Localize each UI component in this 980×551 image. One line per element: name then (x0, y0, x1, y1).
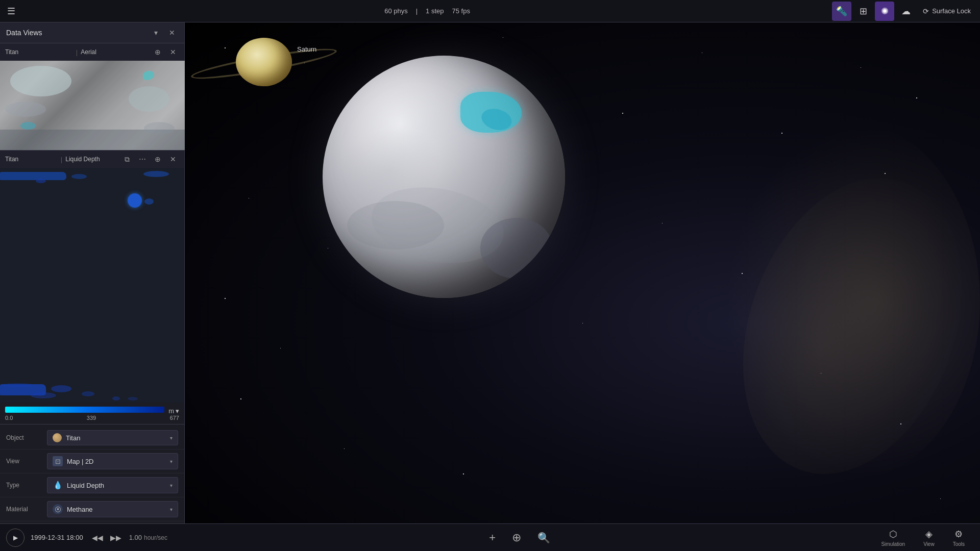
colorscale-bar (5, 407, 164, 413)
step-stat: 1 step (426, 7, 444, 15)
map-icon: ⊡ (53, 456, 63, 466)
menu-button[interactable]: ☰ (0, 0, 22, 22)
colorscale-min: 0.0 (5, 415, 13, 421)
play-button[interactable]: ▶ (6, 529, 24, 547)
liquid-blob-2 (36, 179, 46, 183)
aerial-section: Titan | Aerial ⊕ ✕ (0, 43, 184, 151)
view-label: View (923, 541, 935, 547)
liquid-blob-bottom4 (3, 383, 33, 387)
panel-title: Data Views (6, 29, 145, 37)
saturn-label: Saturn (297, 45, 316, 53)
surface-lock-button[interactable]: ⟳ Surface Lock (918, 5, 976, 17)
liquid-close-button[interactable]: ✕ (167, 153, 179, 165)
titan-dark-region (480, 218, 553, 279)
star (280, 348, 281, 348)
star (344, 448, 345, 449)
star (662, 223, 663, 223)
liquid-menu-button[interactable]: ⋯ (136, 153, 149, 165)
surface-lock-icon: ⟳ (923, 7, 929, 15)
saturn-container: Saturn (236, 38, 292, 86)
tools-button[interactable]: ⚙ Tools (944, 527, 974, 549)
tools-label: Tools (953, 541, 965, 547)
star (240, 398, 241, 399)
star (225, 298, 226, 299)
material-property-row: Material ⦿ Methane ▾ (0, 497, 184, 521)
aerial-title1: Titan (5, 48, 73, 56)
liquid-blob-bottom2 (31, 392, 56, 398)
view-selector[interactable]: ⊡ Map | 2D ▾ (47, 453, 178, 469)
star (249, 198, 249, 198)
unit-chevron-icon: ▾ (176, 407, 179, 415)
star (702, 53, 702, 53)
titan-container (323, 56, 565, 298)
flashlight-button[interactable]: 🔦 (832, 2, 851, 21)
aerial-overlay (0, 61, 185, 150)
material-icon: ⦿ (53, 504, 63, 514)
aerial-close-button[interactable]: ✕ (167, 46, 179, 58)
saturn-body (236, 38, 292, 86)
view-button[interactable]: ◈ View (914, 527, 944, 549)
object-label: Object (6, 434, 43, 441)
menu-icon: ☰ (7, 6, 15, 17)
star (916, 97, 917, 98)
add-button[interactable]: + (486, 530, 499, 545)
liquid-blob-bottom5 (112, 396, 120, 400)
view-chevron-icon: ▾ (170, 459, 173, 464)
aerial-layers-button[interactable]: ⊕ (152, 46, 164, 58)
search-button[interactable]: 🔍 (534, 531, 553, 545)
layers-button[interactable]: ⊞ (853, 2, 873, 21)
star (781, 133, 782, 134)
add-icon: + (489, 531, 496, 544)
panel-close-button[interactable]: ✕ (166, 27, 178, 39)
liquid-blob-top-left (0, 172, 66, 180)
view-label: View (6, 458, 43, 465)
cloud-button[interactable]: ☁ (896, 2, 916, 21)
target-button[interactable]: ⊕ (509, 530, 524, 545)
speed-unit: hour/sec (144, 534, 167, 541)
liquid-depth-map[interactable] (0, 168, 184, 403)
liquid-copy-button[interactable]: ⧉ (121, 153, 133, 165)
aerial-header: Titan | Aerial ⊕ ✕ (0, 43, 184, 61)
surface-lock-label: Surface Lock (932, 7, 971, 15)
star (582, 323, 583, 323)
main-viewport[interactable]: Saturn (185, 22, 980, 523)
object-selector[interactable]: Titan ▾ (47, 430, 178, 445)
object-value: Titan (66, 434, 80, 442)
view-property-row: View ⊡ Map | 2D ▾ (0, 449, 184, 473)
liquid-blob-bottom6 (128, 397, 138, 400)
play-icon: ▶ (13, 534, 18, 541)
top-right-controls: 🔦 ⊞ ✺ ☁ ⟳ Surface Lock (832, 2, 980, 21)
colorscale-row: m ▾ 0.0 339 677 (0, 403, 184, 424)
liquid-title2: Liquid Depth (65, 156, 118, 163)
unit-selector[interactable]: m ▾ (168, 407, 179, 415)
material-selector[interactable]: ⦿ Methane ▾ (47, 501, 178, 517)
tools-icon: ⚙ (954, 529, 963, 540)
aerial-map[interactable] (0, 61, 185, 150)
type-selector[interactable]: 💧 Liquid Depth ▾ (47, 477, 178, 493)
liquid-blob-top-right (143, 171, 169, 177)
step-forward-button[interactable]: ▶▶ (108, 530, 124, 546)
colorscale-mid: 339 (87, 415, 96, 421)
drop-icon: 💧 (53, 480, 63, 490)
left-panel: Data Views ▾ ✕ Titan | Aerial ⊕ ✕ Titan (0, 22, 185, 523)
globe-settings-button[interactable]: ✺ (875, 2, 894, 21)
target-icon: ⊕ (512, 531, 521, 544)
star (463, 473, 464, 474)
speed-display: 1.00 (129, 534, 142, 541)
liquid-blob-right-mid (144, 198, 154, 205)
liquid-title1: Titan (5, 156, 58, 163)
panel-dropdown-button[interactable]: ▾ (150, 27, 162, 39)
star (861, 67, 861, 68)
colorscale-labels: 0.0 339 677 (5, 415, 179, 421)
unit-label: m (168, 407, 174, 415)
colorscale-max: 677 (170, 415, 179, 421)
step-back-button[interactable]: ◀◀ (89, 530, 106, 546)
liquid-layers-button[interactable]: ⊕ (152, 153, 164, 165)
star (940, 498, 941, 499)
top-bar: ☰ 60 phys | 1 step 75 fps 🔦 ⊞ ✺ ☁ ⟳ Surf… (0, 0, 980, 22)
view-value: Map | 2D (67, 458, 94, 465)
bottom-bar: ▶ 1999-12-31 18:00 ◀◀ ▶▶ 1.00 hour/sec +… (0, 523, 980, 551)
time-display: 1999-12-31 18:00 (31, 534, 83, 541)
type-property-row: Type 💧 Liquid Depth ▾ (0, 473, 184, 497)
simulation-button[interactable]: ⬡ Simulation (872, 527, 914, 549)
